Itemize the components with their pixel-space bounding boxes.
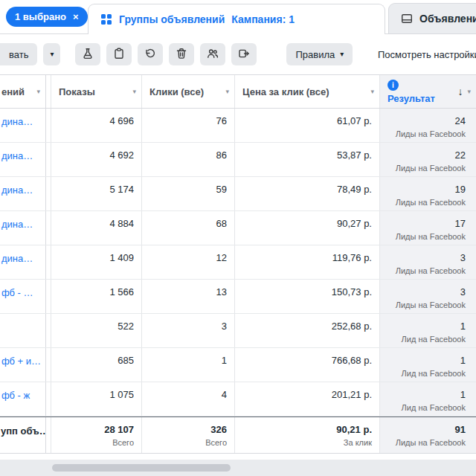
tab-ads[interactable]: Объявления: [388, 3, 476, 33]
impressions-value: 522: [51, 314, 141, 347]
total-clicks-label: Всего: [205, 438, 227, 447]
column-header-clicks[interactable]: Клики (все) ▾: [141, 75, 234, 108]
horizontal-scrollbar-thumb[interactable]: [52, 464, 231, 472]
result-value: 1: [460, 355, 466, 366]
total-cpc-value: 90,21 р.: [336, 424, 372, 435]
chevron-down-icon: ▾: [132, 88, 136, 95]
result-value: 1: [460, 321, 466, 332]
table-row: фб - … 1 566 13 150,73 р. 3 Лиды на Face…: [0, 280, 476, 314]
ad-groups-grid-icon: [100, 13, 112, 25]
trash-icon: [176, 48, 187, 62]
clicks-value: 59: [141, 177, 234, 210]
sort-descending-icon: ↓: [457, 86, 467, 97]
column-header-clicks-label: Клики (все): [149, 86, 204, 97]
ad-group-name-link[interactable]: фб + и…: [1, 356, 41, 367]
column-header-impressions-label: Показы: [59, 86, 95, 97]
edit-dropdown-button[interactable]: ▾: [43, 43, 60, 65]
chevron-down-icon: ▾: [370, 88, 374, 95]
result-cell: 1 Лид на Facebook: [379, 314, 476, 347]
result-value: 1: [460, 389, 466, 400]
tab-bar: 1 выбрано × Группы объявлений Кампания: …: [0, 0, 476, 34]
rules-button-label: Правила: [295, 49, 335, 60]
ad-group-name-link[interactable]: дина…: [1, 219, 33, 230]
horizontal-scrollbar-track[interactable]: [0, 460, 476, 476]
impressions-value: 1 075: [51, 382, 141, 416]
result-cell: 22 Лиды на Facebook: [379, 143, 476, 176]
clicks-value: 76: [141, 109, 234, 142]
column-header-result[interactable]: i Результат ↓ ▾: [379, 75, 476, 108]
view-settings-link[interactable]: Посмотреть настройки: [378, 49, 476, 60]
result-type-label: Лид на Facebook: [402, 369, 466, 378]
result-value: 19: [455, 184, 466, 195]
duplicate-button[interactable]: [106, 43, 132, 65]
column-header-name[interactable]: ений ▾: [0, 75, 46, 108]
column-header-cpc[interactable]: Цена за клик (все) ▾: [234, 75, 379, 108]
ad-group-name-link[interactable]: дина…: [1, 150, 33, 161]
selected-count-label: 1 выбрано: [15, 11, 66, 22]
ad-group-name-link[interactable]: дина…: [1, 253, 33, 264]
delete-button[interactable]: [169, 43, 194, 65]
table-row: дина… 4 692 86 53,87 р. 22 Лиды на Faceb…: [0, 143, 476, 177]
tab-ad-groups-context: Кампания: 1: [231, 13, 295, 25]
flask-icon: [82, 48, 94, 62]
audiences-button[interactable]: [200, 43, 225, 65]
total-cpc-label: За клик: [344, 438, 372, 447]
tab-ad-groups-label: Группы объявлений: [119, 13, 225, 25]
column-header-result-label: Результат: [387, 93, 435, 104]
result-cell: 24 Лиды на Facebook: [379, 109, 476, 142]
ads-frame-icon: [401, 13, 413, 25]
clicks-value: 86: [141, 143, 234, 176]
rules-button[interactable]: Правила ▾: [286, 43, 353, 65]
clipboard-icon: [113, 48, 125, 62]
ad-group-name-link[interactable]: фб - ж: [1, 390, 30, 401]
clicks-value: 68: [141, 211, 234, 245]
table-row: дина… 4 884 68 90,27 р. 17 Лиды на Faceb…: [0, 211, 476, 245]
undo-icon: [144, 48, 156, 62]
totals-caption: упп объ…: [1, 425, 46, 437]
column-header-name-label: ений: [1, 86, 25, 97]
result-cell: 1 Лид на Facebook: [379, 348, 476, 382]
cpc-value: 61,07 р.: [234, 109, 379, 142]
bottom-area: [0, 460, 476, 476]
column-header-impressions[interactable]: Показы ▾: [51, 75, 141, 108]
result-value: 3: [460, 252, 466, 263]
export-button[interactable]: [231, 43, 257, 65]
result-value: 24: [455, 115, 466, 126]
result-type-label: Лиды на Facebook: [396, 198, 466, 207]
result-type-label: Лиды на Facebook: [396, 129, 466, 138]
impressions-value: 4 696: [51, 109, 141, 142]
total-result-value: 91: [455, 424, 466, 435]
chevron-down-icon: ▾: [225, 88, 229, 95]
column-header-cpc-label: Цена за клик (все): [242, 86, 329, 97]
impressions-value: 4 884: [51, 211, 141, 245]
clicks-value: 13: [141, 280, 234, 313]
total-impressions-label: Всего: [112, 438, 134, 447]
ab-test-button[interactable]: [75, 43, 100, 65]
ad-group-name-link[interactable]: фб - …: [1, 287, 33, 298]
cpc-value: 150,73 р.: [234, 280, 379, 313]
result-type-label: Лиды на Facebook: [396, 266, 466, 275]
cpc-value: 90,27 р.: [234, 211, 379, 245]
impressions-value: 4 692: [51, 143, 141, 176]
table-row: 522 3 252,68 р. 1 Лид на Facebook: [0, 314, 476, 348]
selected-count-badge[interactable]: 1 выбрано ×: [6, 7, 88, 27]
clicks-value: 3: [141, 314, 234, 347]
result-type-label: Лид на Facebook: [402, 403, 466, 412]
tab-ad-groups[interactable]: Группы объявлений Кампания: 1: [88, 4, 385, 34]
result-cell: 17 Лиды на Facebook: [379, 211, 476, 245]
undo-button[interactable]: [138, 43, 163, 65]
result-type-label: Лиды на Facebook: [396, 300, 466, 309]
close-icon[interactable]: ×: [73, 12, 79, 22]
table-row: дина… 5 174 59 78,49 р. 19 Лиды на Faceb…: [0, 177, 476, 211]
info-icon[interactable]: i: [387, 80, 399, 91]
cpc-value: 252,68 р.: [234, 314, 379, 347]
edit-button[interactable]: вать: [0, 43, 37, 65]
chevron-down-icon: ▾: [340, 51, 344, 58]
result-cell: 3 Лиды на Facebook: [379, 280, 476, 313]
table-row: фб - ж 1 075 4 201,21 р. 1 Лид на Facebo…: [0, 382, 476, 416]
clicks-value: 12: [141, 245, 234, 279]
impressions-value: 5 174: [51, 177, 141, 210]
ad-group-name-link[interactable]: дина…: [1, 116, 33, 127]
ad-group-name-link[interactable]: дина…: [1, 184, 33, 196]
result-type-label: Лиды на Facebook: [396, 232, 466, 241]
